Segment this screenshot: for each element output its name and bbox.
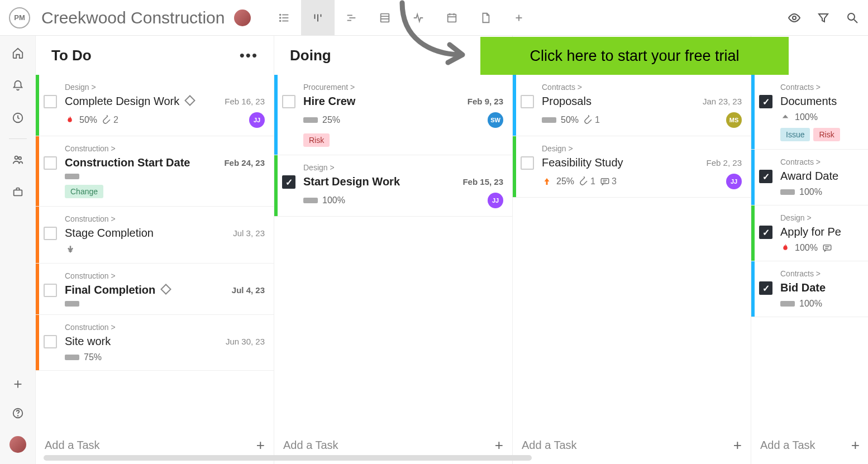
svg-point-25: [15, 156, 18, 160]
tag[interactable]: Change: [65, 185, 103, 198]
task-checkbox[interactable]: [759, 95, 772, 108]
assignee-avatar[interactable]: MS: [726, 112, 742, 128]
search-icon[interactable]: [846, 11, 859, 25]
card-stripe: [751, 150, 755, 205]
task-card[interactable]: Procurement > Hire Crew Feb 9, 23 25%SW …: [274, 75, 512, 155]
card-breadcrumb[interactable]: Design >: [303, 163, 503, 172]
assignee-avatar[interactable]: SW: [488, 112, 503, 128]
view-file-icon[interactable]: [469, 0, 502, 36]
task-checkbox[interactable]: [44, 156, 57, 170]
card-title: Construction Start Date: [65, 156, 190, 169]
card-title: Bid Date: [780, 281, 826, 294]
user-avatar[interactable]: [9, 436, 26, 453]
assignee-avatar[interactable]: JJ: [488, 193, 503, 208]
sidebar-divider: [9, 138, 27, 139]
column-menu-icon[interactable]: •••: [240, 47, 258, 64]
view-board-icon[interactable]: [301, 0, 335, 36]
task-card[interactable]: Contracts > Proposals Jan 23, 23 50%1MS: [513, 75, 751, 136]
board-column: Doing Procurement > Hire Crew Feb 9, 23 …: [274, 36, 513, 464]
task-card[interactable]: Design > Apply for Pe 100%: [751, 205, 868, 261]
history-icon[interactable]: [12, 112, 24, 124]
svg-rect-32: [601, 179, 609, 184]
card-breadcrumb[interactable]: Design >: [542, 144, 742, 153]
home-icon[interactable]: [12, 47, 24, 59]
svg-rect-12: [380, 13, 389, 22]
card-breadcrumb[interactable]: Construction >: [65, 271, 265, 280]
tag[interactable]: Risk: [813, 128, 840, 141]
assignee-avatar[interactable]: JJ: [726, 174, 742, 189]
task-card[interactable]: Contracts > Award Date 100%: [751, 150, 868, 205]
task-checkbox[interactable]: [44, 284, 57, 297]
card-breadcrumb[interactable]: Contracts >: [780, 269, 860, 278]
card-stripe: [513, 75, 516, 136]
task-checkbox[interactable]: [44, 335, 57, 348]
cta-banner[interactable]: Click here to start your free trial: [480, 37, 789, 75]
comment-count[interactable]: [822, 243, 834, 253]
card-title: Award Date: [780, 170, 838, 183]
add-icon[interactable]: [12, 378, 24, 390]
task-checkbox[interactable]: [282, 175, 295, 189]
logo[interactable]: PM: [9, 7, 30, 28]
task-checkbox[interactable]: [44, 227, 57, 240]
progress-dash-icon: [65, 301, 79, 307]
card-breadcrumb[interactable]: Contracts >: [542, 83, 742, 92]
visibility-icon[interactable]: [788, 11, 801, 25]
card-breadcrumb[interactable]: Contracts >: [780, 83, 860, 92]
card-stripe: [36, 315, 39, 370]
task-card[interactable]: Construction > Construction Start Date F…: [36, 136, 274, 207]
briefcase-icon[interactable]: [12, 186, 24, 198]
task-card[interactable]: Construction > Final Completion Jul 4, 2…: [36, 264, 274, 315]
filter-icon[interactable]: [817, 11, 830, 25]
view-activity-icon[interactable]: [402, 0, 435, 36]
svg-rect-27: [13, 190, 22, 195]
task-checkbox[interactable]: [521, 156, 534, 170]
card-date: Feb 24, 23: [224, 158, 265, 168]
card-breadcrumb[interactable]: Design >: [65, 83, 265, 92]
tag[interactable]: Risk: [303, 133, 330, 147]
progress-dash-icon: [542, 117, 556, 123]
card-breadcrumb[interactable]: Contracts >: [780, 157, 860, 166]
task-checkbox[interactable]: [44, 95, 57, 108]
tag[interactable]: Issue: [780, 128, 810, 141]
notifications-icon[interactable]: [12, 79, 24, 92]
task-card[interactable]: Design > Start Design Work Feb 15, 23 10…: [274, 155, 512, 217]
view-list-icon[interactable]: [268, 0, 301, 36]
task-card[interactable]: Contracts > Documents 100% IssueRisk: [751, 75, 868, 150]
card-title: Site work: [65, 335, 111, 348]
assignee-avatar[interactable]: JJ: [249, 112, 265, 128]
board-column: ne Contracts > Documents 100% IssueRisk …: [751, 36, 868, 464]
task-card[interactable]: Construction > Site work Jun 30, 23 75%: [36, 315, 274, 371]
comment-count[interactable]: 3: [600, 176, 617, 186]
percent-complete: 25%: [556, 176, 574, 186]
task-card[interactable]: Design > Complete Design Work Feb 16, 23…: [36, 75, 274, 136]
task-checkbox[interactable]: [759, 281, 772, 295]
header-avatar[interactable]: [234, 9, 251, 26]
card-breadcrumb[interactable]: Construction >: [65, 144, 265, 153]
card-title: Hire Crew: [303, 95, 355, 108]
view-add-icon[interactable]: [502, 0, 536, 36]
task-checkbox[interactable]: [759, 170, 772, 183]
percent-complete: 100%: [795, 243, 818, 253]
card-breadcrumb[interactable]: Construction >: [65, 323, 265, 332]
task-card[interactable]: Design > Feasibility Study Feb 2, 23 25%…: [513, 136, 751, 198]
project-title[interactable]: Creekwood Construction: [41, 8, 225, 27]
task-checkbox[interactable]: [282, 95, 295, 108]
svg-line-23: [854, 20, 857, 23]
help-icon[interactable]: [12, 407, 24, 419]
horizontal-scrollbar[interactable]: [44, 455, 857, 461]
task-checkbox[interactable]: [759, 226, 772, 239]
task-card[interactable]: Construction > Stage Completion Jul 3, 2…: [36, 207, 274, 264]
attachment-count[interactable]: 1: [579, 176, 595, 186]
task-checkbox[interactable]: [521, 95, 534, 108]
card-breadcrumb[interactable]: Design >: [780, 213, 860, 222]
card-stripe: [751, 261, 755, 317]
task-card[interactable]: Contracts > Bid Date 100%: [751, 261, 868, 317]
card-breadcrumb[interactable]: Construction >: [65, 214, 265, 223]
card-breadcrumb[interactable]: Procurement >: [303, 83, 503, 92]
attachment-count[interactable]: 2: [102, 115, 118, 125]
attachment-count[interactable]: 1: [583, 115, 600, 125]
view-gantt-icon[interactable]: [335, 0, 368, 36]
view-calendar-icon[interactable]: [435, 0, 469, 36]
people-icon[interactable]: [12, 154, 24, 166]
view-sheet-icon[interactable]: [368, 0, 402, 36]
